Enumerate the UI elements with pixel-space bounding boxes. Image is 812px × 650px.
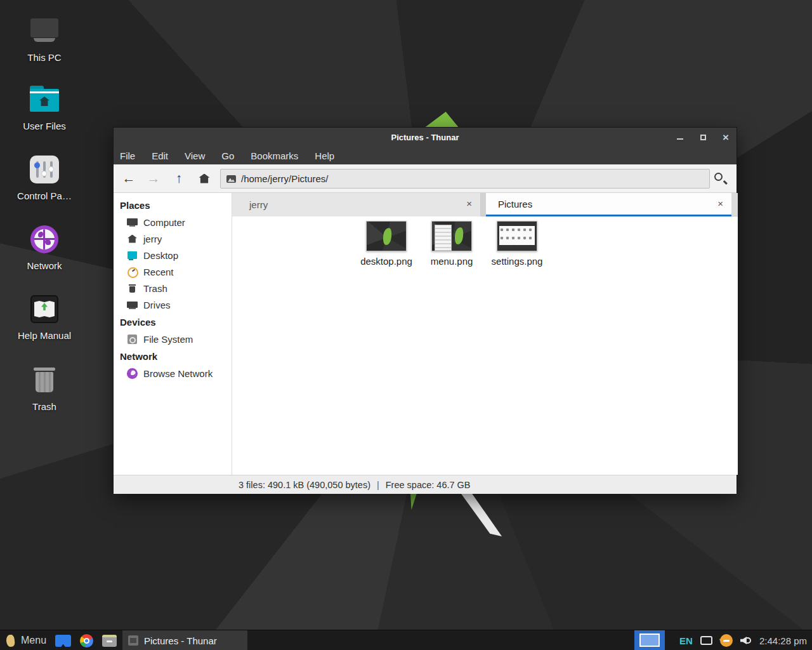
file-manager-launcher-icon[interactable] bbox=[102, 635, 117, 647]
trash-icon bbox=[127, 283, 138, 294]
chrome-launcher-icon[interactable] bbox=[80, 634, 93, 647]
maximize-button[interactable] bbox=[698, 133, 707, 142]
help-manual-icon bbox=[29, 294, 60, 324]
browser-launcher-icon[interactable] bbox=[55, 635, 71, 647]
keyboard-layout-indicator[interactable]: EN bbox=[679, 635, 693, 646]
window-title: Pictures - Thunar bbox=[391, 133, 459, 142]
menu-go[interactable]: Go bbox=[221, 150, 234, 161]
window-titlebar[interactable]: Pictures - Thunar × bbox=[114, 128, 737, 147]
sidebar-item-label: Recent bbox=[143, 267, 174, 277]
search-icon bbox=[714, 173, 723, 181]
status-free-space: Free space: 46.7 GB bbox=[386, 480, 471, 490]
desktop-icon-label: Trash bbox=[32, 401, 56, 412]
sidebar-item-label: Desktop bbox=[143, 250, 178, 261]
desktop-icon-control-panel[interactable]: Control Pa… bbox=[9, 154, 80, 201]
sidebar-item-desktop[interactable]: Desktop bbox=[114, 247, 232, 263]
control-panel-icon bbox=[29, 154, 60, 185]
sidebar-item-recent[interactable]: Recent bbox=[114, 263, 232, 280]
file-desktop-png[interactable]: desktop.png bbox=[356, 221, 417, 267]
home-icon bbox=[127, 234, 138, 244]
home-icon bbox=[199, 174, 210, 183]
drive-icon bbox=[127, 300, 138, 310]
menu-png-thumbnail bbox=[431, 221, 472, 251]
path-bar[interactable]: /home/jerry/Pictures/ bbox=[220, 169, 710, 189]
close-button[interactable]: × bbox=[721, 133, 730, 142]
forward-button[interactable]: → bbox=[145, 169, 162, 187]
minimize-button[interactable] bbox=[676, 133, 684, 142]
sidebar-item-label: Browse Network bbox=[143, 368, 213, 379]
tab-label: Pictures bbox=[486, 199, 532, 209]
trash-can-icon bbox=[29, 365, 60, 395]
sidebar-item-browse-network[interactable]: Browse Network bbox=[114, 365, 232, 381]
up-button[interactable]: ↑ bbox=[170, 169, 188, 187]
desktop-icon-trash[interactable]: Trash bbox=[9, 365, 80, 412]
tab-label: jerry bbox=[232, 199, 268, 210]
workspace-switcher[interactable] bbox=[634, 630, 665, 650]
tab-jerry[interactable]: jerry × bbox=[232, 193, 481, 216]
desktop-png-thumbnail bbox=[366, 221, 407, 251]
sidebar-item-label: File System bbox=[143, 334, 193, 345]
desktop-icon-label: Network bbox=[27, 260, 62, 271]
desktop-wallpaper: This PC User Files Control Pa… Network H… bbox=[0, 0, 812, 650]
desktop-icon-network[interactable]: Network bbox=[9, 224, 80, 271]
back-button[interactable]: ← bbox=[120, 169, 138, 187]
sidebar-item-trash[interactable]: Trash bbox=[114, 280, 232, 296]
taskbar: Menu >_ Pictures - Thunar EN 2:44:28 pm bbox=[0, 630, 812, 650]
desktop-icon-label: User Files bbox=[23, 121, 66, 131]
sidebar-header-places: Places bbox=[114, 196, 232, 214]
status-files-text: 3 files: 490.1 kB (490,050 bytes) bbox=[239, 480, 370, 490]
task-button-label: Pictures - Thunar bbox=[144, 635, 217, 646]
sidebar-item-file-system[interactable]: File System bbox=[114, 331, 232, 347]
menu-help[interactable]: Help bbox=[315, 150, 334, 161]
wallpaper-green-sliver bbox=[408, 493, 417, 510]
current-path: /home/jerry/Pictures/ bbox=[241, 173, 329, 184]
wallpaper-white-blade bbox=[458, 493, 504, 540]
display-tray-icon[interactable] bbox=[700, 636, 712, 645]
workspace-window-outline bbox=[639, 633, 660, 647]
sidebar-item-label: jerry bbox=[143, 234, 162, 244]
sidebar-item-drives[interactable]: Drives bbox=[114, 296, 232, 313]
file-name: settings.png bbox=[492, 256, 543, 267]
sidebar-item-label: Computer bbox=[143, 217, 185, 228]
sidebar-item-computer[interactable]: Computer bbox=[114, 214, 232, 230]
sidebar-header-network: Network bbox=[114, 347, 232, 365]
desktop-icon-this-pc[interactable]: This PC bbox=[9, 16, 80, 63]
menu-bookmarks[interactable]: Bookmarks bbox=[251, 150, 298, 161]
desktop-icon-user-files[interactable]: User Files bbox=[9, 84, 80, 131]
desktop-icon-label: This PC bbox=[27, 52, 61, 63]
desktop-icon bbox=[127, 250, 138, 261]
distro-logo-icon bbox=[6, 634, 15, 647]
system-tray: EN 2:44:28 pm bbox=[679, 630, 807, 650]
file-system-disk-icon bbox=[127, 334, 138, 345]
thunar-window: Pictures - Thunar × File Edit View Go Bo… bbox=[113, 127, 737, 493]
tab-close-icon[interactable]: × bbox=[466, 198, 472, 209]
update-manager-icon[interactable] bbox=[720, 634, 733, 647]
wallpaper-green-triangle bbox=[424, 112, 459, 128]
user-files-folder-icon bbox=[29, 84, 60, 115]
tab-pictures[interactable]: Pictures × bbox=[486, 193, 731, 216]
status-separator: | bbox=[377, 480, 379, 490]
desktop-icon-label: Control Pa… bbox=[17, 190, 72, 201]
file-menu-png[interactable]: menu.png bbox=[421, 221, 482, 267]
thunar-task-icon bbox=[128, 635, 138, 646]
start-menu-button[interactable]: Menu bbox=[6, 635, 46, 647]
toolbar: ← → ↑ /home/jerry/Pictures/ bbox=[114, 164, 737, 193]
clock[interactable]: 2:44:28 pm bbox=[759, 635, 807, 646]
sidebar-item-jerry[interactable]: jerry bbox=[114, 230, 232, 247]
volume-icon[interactable] bbox=[740, 635, 752, 646]
menu-file[interactable]: File bbox=[120, 150, 135, 161]
task-button-thunar[interactable]: Pictures - Thunar bbox=[122, 630, 247, 650]
home-button[interactable] bbox=[195, 169, 213, 187]
menu-view[interactable]: View bbox=[185, 150, 205, 161]
start-menu-label: Menu bbox=[21, 635, 46, 646]
tab-close-icon[interactable]: × bbox=[717, 198, 723, 209]
search-button[interactable] bbox=[712, 171, 729, 187]
settings-png-thumbnail bbox=[497, 221, 537, 251]
recent-clock-icon bbox=[127, 267, 138, 277]
side-pane: Places Computer jerry Desktop Recent Tra… bbox=[114, 193, 232, 475]
file-view[interactable]: desktop.png menu.png settings.png bbox=[232, 216, 738, 475]
desktop-icon-help-manual[interactable]: Help Manual bbox=[9, 294, 80, 341]
computer-icon bbox=[127, 217, 138, 228]
menu-edit[interactable]: Edit bbox=[152, 150, 168, 161]
file-settings-png[interactable]: settings.png bbox=[487, 221, 547, 267]
